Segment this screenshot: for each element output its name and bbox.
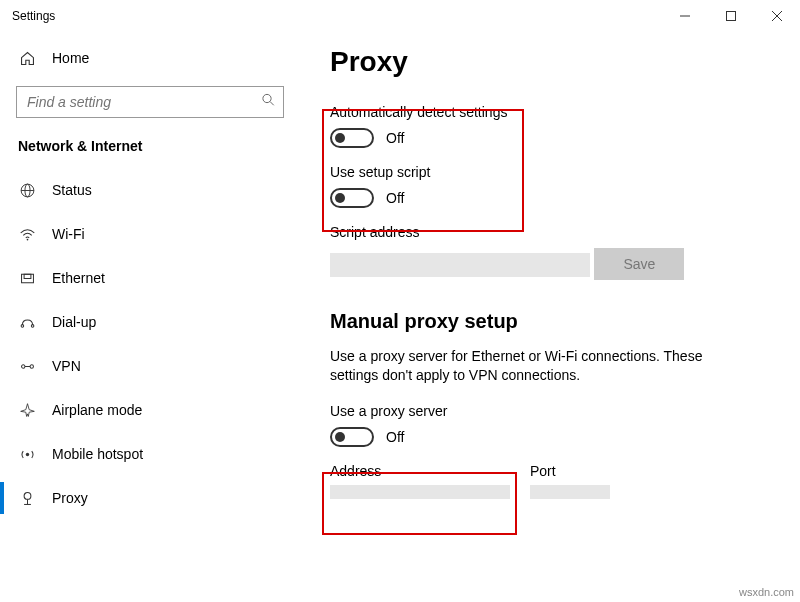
content: Home Network & Internet Status Wi-Fi <box>0 32 800 602</box>
search-wrap <box>16 86 284 118</box>
home-icon <box>18 50 36 67</box>
svg-point-14 <box>21 364 24 367</box>
use-proxy-toggle[interactable] <box>330 427 374 447</box>
titlebar: Settings <box>0 0 800 32</box>
home-label: Home <box>52 50 89 66</box>
category-title: Network & Internet <box>0 134 300 168</box>
dialup-icon <box>18 314 36 331</box>
sidebar: Home Network & Internet Status Wi-Fi <box>0 32 300 602</box>
nav-list: Status Wi-Fi Ethernet Dial-up <box>0 168 300 520</box>
sidebar-item-proxy[interactable]: Proxy <box>0 476 300 520</box>
sidebar-home[interactable]: Home <box>0 38 300 78</box>
address-input[interactable] <box>330 485 510 499</box>
sidebar-item-label: Wi-Fi <box>52 226 85 242</box>
search-icon <box>261 93 276 112</box>
auto-detect-toggle-row: Off <box>330 128 776 148</box>
use-proxy-label: Use a proxy server <box>330 403 776 419</box>
svg-point-18 <box>24 492 31 499</box>
ethernet-icon <box>18 270 36 287</box>
wifi-icon <box>18 226 36 243</box>
hotspot-icon <box>18 446 36 463</box>
sidebar-item-label: Dial-up <box>52 314 96 330</box>
sidebar-item-airplane[interactable]: Airplane mode <box>0 388 300 432</box>
auto-detect-label: Automatically detect settings <box>330 104 776 120</box>
globe-icon <box>18 182 36 199</box>
svg-point-15 <box>30 364 33 367</box>
main-panel: Proxy Automatically detect settings Off … <box>300 32 800 602</box>
window-title: Settings <box>12 9 662 23</box>
address-label: Address <box>330 463 510 479</box>
use-proxy-toggle-row: Off <box>330 427 776 447</box>
save-button[interactable]: Save <box>594 248 684 280</box>
setup-script-label: Use setup script <box>330 164 776 180</box>
sidebar-item-hotspot[interactable]: Mobile hotspot <box>0 432 300 476</box>
sidebar-item-wifi[interactable]: Wi-Fi <box>0 212 300 256</box>
sidebar-item-label: Ethernet <box>52 270 105 286</box>
sidebar-item-label: Mobile hotspot <box>52 446 143 462</box>
address-port-row: Address Port <box>330 463 776 501</box>
sidebar-item-ethernet[interactable]: Ethernet <box>0 256 300 300</box>
use-proxy-state: Off <box>386 429 404 445</box>
setup-script-toggle[interactable] <box>330 188 374 208</box>
sidebar-item-label: Airplane mode <box>52 402 142 418</box>
svg-point-4 <box>263 94 271 102</box>
sidebar-item-label: VPN <box>52 358 81 374</box>
svg-point-12 <box>21 324 24 327</box>
svg-point-9 <box>26 238 28 240</box>
minimize-button[interactable] <box>662 0 708 32</box>
svg-point-13 <box>31 324 34 327</box>
sidebar-item-label: Proxy <box>52 490 88 506</box>
port-col: Port <box>530 463 610 501</box>
airplane-icon <box>18 402 36 419</box>
svg-rect-11 <box>24 274 31 278</box>
manual-section-title: Manual proxy setup <box>330 310 776 333</box>
sidebar-item-vpn[interactable]: VPN <box>0 344 300 388</box>
setup-script-toggle-row: Off <box>330 188 776 208</box>
maximize-button[interactable] <box>708 0 754 32</box>
svg-line-5 <box>270 102 274 106</box>
close-button[interactable] <box>754 0 800 32</box>
search-input[interactable] <box>16 86 284 118</box>
vpn-icon <box>18 358 36 375</box>
port-label: Port <box>530 463 610 479</box>
port-input[interactable] <box>530 485 610 499</box>
auto-detect-state: Off <box>386 130 404 146</box>
auto-detect-toggle[interactable] <box>330 128 374 148</box>
svg-rect-1 <box>727 12 736 21</box>
proxy-icon <box>18 490 36 507</box>
svg-point-17 <box>25 452 28 455</box>
watermark: wsxdn.com <box>739 586 794 598</box>
address-col: Address <box>330 463 510 501</box>
script-address-label: Script address <box>330 224 776 240</box>
sidebar-item-dialup[interactable]: Dial-up <box>0 300 300 344</box>
page-title: Proxy <box>330 46 776 78</box>
sidebar-item-label: Status <box>52 182 92 198</box>
sidebar-item-status[interactable]: Status <box>0 168 300 212</box>
script-address-input[interactable] <box>330 253 590 277</box>
window-controls <box>662 0 800 32</box>
manual-section-desc: Use a proxy server for Ethernet or Wi-Fi… <box>330 347 750 385</box>
setup-script-state: Off <box>386 190 404 206</box>
